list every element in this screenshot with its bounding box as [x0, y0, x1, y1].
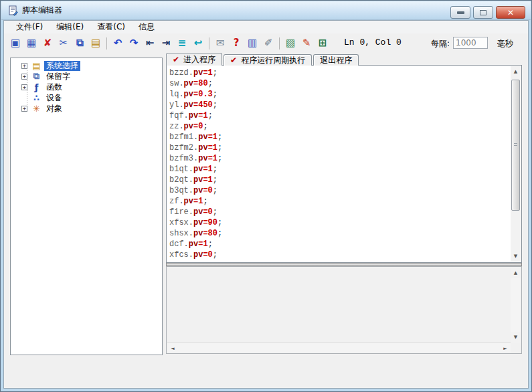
menu-item[interactable]: 文件(F): [9, 20, 50, 34]
code-object: lq.: [169, 90, 184, 99]
menu-item[interactable]: 信息: [132, 20, 161, 34]
tab[interactable]: ✔ 进入程序: [166, 53, 222, 66]
code-object: b1qt.: [169, 165, 193, 174]
align-lines-icon[interactable]: ≡: [174, 35, 190, 51]
code-property: pv: [189, 111, 198, 120]
copy-icon[interactable]: ⧉: [72, 35, 88, 51]
delete-icon[interactable]: ✘: [39, 35, 56, 51]
save-icon[interactable]: ▣: [7, 35, 23, 51]
toolbar-separator: [209, 37, 209, 50]
minimize-button[interactable]: [450, 6, 470, 19]
scroll-left-arrow[interactable]: ◄: [167, 343, 178, 353]
script-tree-panel[interactable]: + ▤ 系统选择 + ⧉ 保留字 + ƒ 函数: [10, 58, 163, 355]
code-value: =0.3: [193, 90, 213, 99]
tree-item-label[interactable]: 对象: [44, 104, 64, 114]
tree-expand-toggle[interactable]: +: [21, 74, 27, 80]
code-terminator: ;: [208, 111, 213, 120]
menu-bar: 文件(F) 编辑(E) 查看(C) 信息: [4, 21, 528, 33]
message-icon[interactable]: ✉: [212, 35, 228, 51]
scroll-down-arrow[interactable]: ▼: [511, 251, 521, 262]
scroll-down-arrow[interactable]: ▼: [511, 332, 521, 342]
code-terminator: ;: [217, 229, 222, 238]
tree-expand-toggle[interactable]: +: [21, 106, 27, 112]
code-property: pv: [198, 132, 207, 142]
tree-item-label[interactable]: 设备: [44, 93, 64, 103]
tree-item[interactable]: + ✳ 对象: [11, 103, 162, 114]
code-value: =1: [203, 165, 212, 174]
code-object: b2qt.: [169, 175, 193, 185]
code-value: =1: [198, 239, 207, 249]
tab-label: 程序运行周期执行: [241, 55, 305, 66]
tree-item[interactable]: + ▤ 系统选择: [11, 60, 162, 71]
code-terminator: ;: [208, 239, 213, 249]
picker-icon[interactable]: ✐: [260, 35, 276, 51]
scrollbar-thumb[interactable]: [511, 80, 520, 211]
maximize-button[interactable]: [473, 6, 493, 19]
indent-icon[interactable]: ⇥: [158, 35, 174, 51]
menu-item[interactable]: 查看(C): [90, 20, 132, 34]
code-object: fire.: [169, 207, 193, 217]
tree-item[interactable]: ∴ 设备: [11, 92, 162, 103]
scroll-up-arrow[interactable]: ▲: [511, 66, 521, 77]
code-line: b1qt.pv=1;: [169, 164, 511, 175]
code-terminator: ;: [203, 197, 207, 206]
code-object: zf.: [169, 197, 184, 206]
window-title: 脚本编辑器: [22, 5, 62, 16]
editor-vertical-scrollbar[interactable]: ▲ ▼: [511, 66, 521, 262]
code-value: =1: [208, 143, 217, 153]
help-icon[interactable]: ?: [228, 35, 244, 51]
tree-item[interactable]: + ƒ 函数: [11, 82, 162, 92]
toolbar-separator: [106, 37, 107, 50]
outdent-icon[interactable]: ⇤: [142, 35, 158, 51]
output-horizontal-scrollbar[interactable]: ◄ ►: [167, 342, 511, 353]
tree-item[interactable]: + ⧉ 保留字: [11, 71, 162, 82]
code-value: =1: [198, 111, 207, 120]
code-terminator: ;: [213, 207, 217, 217]
tree-item-label[interactable]: 函数: [44, 82, 64, 92]
edit-note-icon[interactable]: ✎: [298, 35, 315, 51]
code-property: pv: [193, 165, 203, 174]
code-line: lq.pv=0.3;: [169, 89, 511, 100]
code-object: xfsx.: [169, 218, 193, 227]
redo-icon[interactable]: ↷: [126, 35, 142, 51]
wrap-icon[interactable]: ↩: [190, 35, 206, 51]
scroll-right-arrow[interactable]: ►: [500, 343, 511, 353]
menu-item[interactable]: 编辑(E): [50, 20, 90, 34]
output-panel[interactable]: ▲ ▼ ◄ ►: [166, 266, 522, 354]
undo-icon[interactable]: ↶: [110, 35, 126, 51]
code-terminator: ;: [208, 79, 213, 88]
report-icon[interactable]: ▥: [244, 35, 260, 51]
code-terminator: ;: [213, 175, 217, 185]
tree-expand-toggle[interactable]: +: [21, 84, 27, 90]
interval-input[interactable]: [453, 37, 488, 49]
code-property: pv: [189, 239, 198, 249]
code-property: pv: [184, 90, 193, 99]
tab[interactable]: ✔ 程序运行周期执行: [224, 54, 312, 66]
tree-item-label[interactable]: 保留字: [44, 72, 72, 82]
tree-expand-toggle[interactable]: +: [21, 63, 27, 69]
output-vertical-scrollbar[interactable]: ▲ ▼: [511, 268, 521, 342]
code-property: pv: [184, 197, 193, 206]
globe-grid-icon[interactable]: ⊞: [315, 35, 331, 51]
code-terminator: ;: [213, 100, 217, 110]
close-button[interactable]: ✕: [496, 6, 525, 19]
tree-item-label[interactable]: 系统选择: [44, 61, 80, 71]
script-editor[interactable]: bzzd.pv=1; sw.pv=80; lq.pv=0.3; yl.pv=45…: [166, 65, 522, 263]
cut-icon[interactable]: ✂: [56, 35, 72, 51]
code-area[interactable]: bzzd.pv=1; sw.pv=80; lq.pv=0.3; yl.pv=45…: [167, 66, 511, 262]
code-object: dcf.: [169, 239, 189, 249]
scroll-up-arrow[interactable]: ▲: [511, 268, 521, 278]
image-icon[interactable]: ▧: [282, 35, 298, 51]
device-icon: ∴: [31, 93, 42, 103]
paste-icon[interactable]: ▤: [88, 35, 104, 51]
toolbar-separator: [279, 37, 280, 50]
code-terminator: ;: [217, 154, 222, 163]
script-wizard-icon[interactable]: ▦: [23, 35, 39, 51]
tab[interactable]: 退出程序: [313, 54, 359, 66]
interval-label: 每隔:: [431, 38, 450, 50]
code-value: =450: [193, 100, 213, 110]
code-line: bzfm2.pv=1;: [169, 142, 511, 153]
code-terminator: ;: [217, 218, 222, 227]
system-select-icon: ▤: [31, 61, 42, 71]
code-value: =0: [203, 250, 212, 260]
